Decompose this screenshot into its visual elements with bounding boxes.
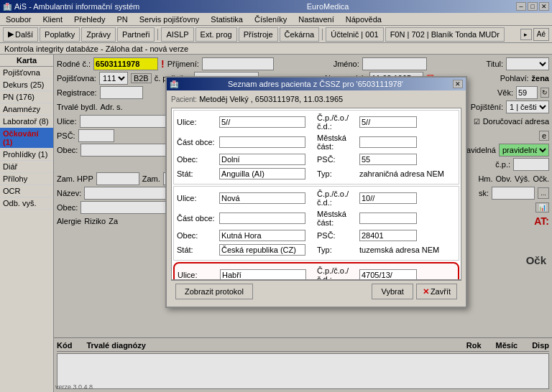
patient-info-value: Metoděj Velký , 6503111978, 11.03.1965: [199, 95, 343, 103]
btn-aislp[interactable]: AISLP: [161, 27, 193, 42]
separator: [157, 29, 158, 40]
typ-label-1: Typ:: [317, 246, 356, 254]
btn-partneri[interactable]: Partneři: [117, 27, 155, 42]
pristroje-label: Přístroje: [244, 30, 273, 39]
ulice-input-0[interactable]: [219, 116, 305, 128]
address-entry-1[interactable]: Ulice: Č.p./č.o./č.d.: Část obce:: [173, 186, 459, 261]
zavrit-label: Zavřít: [431, 287, 451, 296]
mestska-cast-input-0[interactable]: [359, 136, 417, 148]
sidebar-item-diar[interactable]: Diář: [0, 161, 53, 173]
cast-obce-label-0: Část obce:: [177, 138, 216, 146]
cp-label-1: Č.p./č.o./č.d.:: [317, 190, 356, 207]
btn-zpravy[interactable]: Zprávy: [81, 27, 116, 42]
modal-titlebar: 🏥 Seznam adres pacienta z ČSSZ pro '6503…: [167, 78, 466, 90]
sidebar-item-anamnezy[interactable]: Anamnézy: [0, 103, 53, 116]
cast-obce-input-1[interactable]: [219, 213, 305, 224]
cp-input-1[interactable]: [359, 192, 417, 204]
sidebar-item-prilohy[interactable]: Přílohy: [0, 173, 53, 185]
menu-klient[interactable]: Klient: [40, 14, 65, 24]
btn-fon[interactable]: F0N | 702 | Blaník Tonda MUDr: [385, 27, 505, 42]
btn-ext-prog[interactable]: Ext. prog: [196, 27, 237, 42]
btn-cekarna[interactable]: Čekárna: [280, 27, 320, 42]
ulice-label-1: Ulice:: [177, 194, 216, 202]
stat-label-1: Stát:: [177, 246, 216, 254]
maximize-button[interactable]: □: [528, 2, 538, 11]
cp-input-2[interactable]: [359, 269, 417, 280]
menu-prehledy[interactable]: Přehledy: [71, 14, 108, 24]
psc-label-0: PSČ:: [317, 155, 356, 164]
cp-label-2: Č.p./č.o./č.d.:: [317, 266, 356, 280]
obec-input-1[interactable]: [219, 230, 305, 241]
partneri-label: Partneři: [122, 30, 150, 39]
cp-input-0[interactable]: [359, 116, 417, 128]
app-title: AiS - Ambulantní informační systém: [14, 2, 139, 11]
toolbar-more-button[interactable]: ▸: [520, 29, 532, 40]
vybrat-button[interactable]: Vybrat: [372, 284, 413, 299]
menu-soubor[interactable]: Soubor: [3, 14, 34, 24]
title-bar: 🏥 AiS - Ambulantní informační systém Eur…: [0, 0, 552, 13]
mestska-cast-input-1[interactable]: [359, 213, 417, 224]
sidebar-item-prohlidky[interactable]: Prohlídky (1): [0, 149, 53, 161]
sidebar-item-pn[interactable]: PN (176): [0, 91, 53, 103]
ulice-label-0: Ulice:: [177, 118, 216, 126]
mestska-cast-label-0: Městská část:: [317, 134, 356, 151]
sidebar-karta-label: Karta: [0, 55, 53, 67]
ulice-input-1[interactable]: [219, 192, 305, 204]
mestska-cast-label-1: Městská část:: [317, 210, 356, 227]
stat-input-1[interactable]: [219, 244, 305, 256]
menu-napoveda[interactable]: Nápověda: [343, 14, 385, 24]
psc-input-1[interactable]: [359, 230, 417, 241]
cekarna-label: Čekárna: [285, 30, 315, 39]
typ-value-0: zahraničná adresa NEM: [359, 169, 444, 178]
typ-label-0: Typ:: [317, 169, 356, 178]
menu-statistika[interactable]: Statistika: [208, 14, 246, 24]
ext-prog-label: Ext. prog: [201, 30, 232, 39]
sidebar-item-pojistovna[interactable]: Pojišťovna: [0, 67, 53, 79]
btn-dalsi-label: Další: [15, 30, 33, 39]
app-icon: 🏥: [3, 3, 12, 11]
modal-dialog: 🏥 Seznam adres pacienta z ČSSZ pro '6503…: [165, 76, 467, 308]
btn-dalsi[interactable]: ▶ Další: [3, 27, 38, 42]
ulice-input-2[interactable]: [220, 269, 306, 280]
info-bar: Kontrola integrity databáze - Záloha dat…: [0, 43, 552, 55]
zavrit-button[interactable]: ✕ Zavřít: [416, 284, 457, 299]
minimize-button[interactable]: –: [516, 2, 526, 11]
sidebar-item-ocr[interactable]: OCR: [0, 185, 53, 197]
obec-label-1: Obec:: [177, 231, 216, 240]
sidebar-item-ockovani[interactable]: Očkování (1): [0, 128, 53, 149]
btn-uctelnič[interactable]: Účtelnič | 001: [326, 27, 383, 42]
modal-title-text: Seznam adres pacienta z ČSSZ pro '650311…: [228, 80, 403, 88]
ulice-label-2: Ulice:: [178, 271, 217, 279]
sidebar-item-dekurs[interactable]: Dekurs (25): [0, 79, 53, 91]
modal-close-button[interactable]: ✕: [453, 80, 463, 88]
aislp-label: AISLP: [166, 30, 188, 39]
address-entry-0[interactable]: Ulice: Č.p./č.o./č.d.: Část obce:: [173, 110, 459, 185]
obec-input-0[interactable]: [219, 154, 305, 165]
sidebar-item-odb-vys[interactable]: Odb. vyš.: [0, 197, 53, 210]
stat-input-0[interactable]: [219, 168, 305, 179]
sidebar: Karta Pojišťovna Dekurs (25) PN (176) An…: [0, 55, 54, 392]
close-button[interactable]: ✕: [539, 2, 549, 11]
uctelnic-label: Účtelnič | 001: [331, 30, 378, 39]
menu-nastaveni[interactable]: Nastavení: [295, 14, 337, 24]
psc-input-0[interactable]: [359, 154, 417, 165]
zobrazit-protokol-button[interactable]: Zobrazit protokol: [175, 284, 253, 299]
modal-patient-info: Pacient: Metoděj Velký , 6503111978, 11.…: [171, 95, 461, 103]
modal-footer: Zobrazit protokol Vybrat ✕ Zavřít: [171, 280, 461, 302]
cast-obce-input-0[interactable]: [219, 136, 305, 148]
poplatky-label: Poplatky: [45, 30, 75, 39]
btn-poplatky[interactable]: Poplatky: [40, 27, 80, 42]
stat-label-0: Stát:: [177, 169, 216, 178]
menu-pn[interactable]: PN: [114, 14, 130, 24]
menu-servis[interactable]: Servis pojišťovny: [137, 14, 203, 24]
cp-label-0: Č.p./č.o./č.d.:: [317, 113, 356, 131]
sidebar-item-laborator[interactable]: Laboratoř (8): [0, 116, 53, 128]
btn-pristroje[interactable]: Přístroje: [239, 27, 278, 42]
modal-overlay: 🏥 Seznam adres pacienta z ČSSZ pro '6503…: [54, 55, 552, 392]
address-entry-2[interactable]: Ulice: Č.p./č.o./č.d.: Část obce:: [173, 262, 459, 280]
close-x-icon: ✕: [423, 287, 429, 297]
arrow-icon: ▶: [8, 29, 14, 39]
menu-cisleniky[interactable]: Čísleníky: [252, 14, 290, 24]
address-list[interactable]: Ulice: Č.p./č.o./č.d.: Část obce:: [171, 108, 461, 280]
toolbar-extra: Aé: [533, 28, 549, 41]
